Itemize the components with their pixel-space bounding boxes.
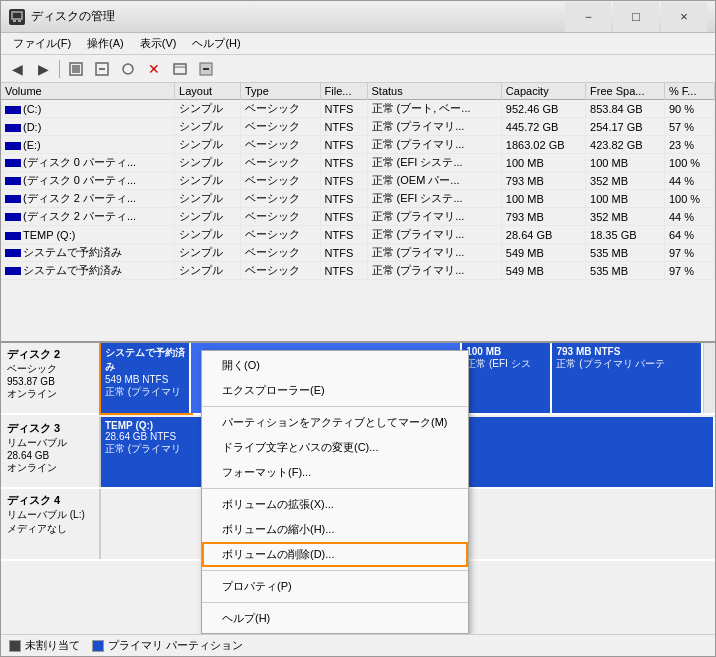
forward-button[interactable]: ▶	[31, 58, 55, 80]
table-row[interactable]: (ディスク 0 パーティ... シンプル ベーシック NTFS 正常 (EFI …	[1, 154, 715, 172]
back-button[interactable]: ◀	[5, 58, 29, 80]
menu-help[interactable]: ヘルプ(H)	[184, 34, 248, 53]
table-row[interactable]: (ディスク 2 パーティ... シンプル ベーシック NTFS 正常 (プライマ…	[1, 208, 715, 226]
ctx-sep-3	[202, 570, 468, 571]
title-bar: ディスクの管理 － □ ×	[1, 1, 715, 33]
table-row[interactable]: (ディスク 0 パーティ... シンプル ベーシック NTFS 正常 (OEM …	[1, 172, 715, 190]
disk-table-area[interactable]: Volume Layout Type File... Status Capaci…	[1, 83, 715, 343]
close-button[interactable]: ×	[661, 2, 707, 32]
table-row[interactable]: (ディスク 2 パーティ... シンプル ベーシック NTFS 正常 (EFI …	[1, 190, 715, 208]
toolbar-btn-1[interactable]	[64, 58, 88, 80]
disk-4-label: ディスク 4 リムーバブル (L:) メディアなし	[1, 489, 101, 559]
disk-visual-area: ディスク 2 ベーシック 953.87 GB オンライン システムで予約済み 5…	[1, 343, 715, 634]
disk-2-partition-1[interactable]: システムで予約済み 549 MB NTFS 正常 (プライマリ	[101, 343, 191, 413]
col-layout[interactable]: Layout	[175, 83, 241, 100]
table-body: (C:) シンプル ベーシック NTFS 正常 (ブート, ベー... 952.…	[1, 100, 715, 280]
toolbar-separator-1	[59, 60, 60, 78]
toolbar-btn-6[interactable]	[194, 58, 218, 80]
table-header-row: Volume Layout Type File... Status Capaci…	[1, 83, 715, 100]
disk-2-partition-4[interactable]: 793 MB NTFS 正常 (プライマリ パーテ	[552, 343, 703, 413]
toolbar-btn-2[interactable]	[90, 58, 114, 80]
svg-rect-4	[72, 65, 80, 73]
minimize-button[interactable]: －	[565, 2, 611, 32]
toolbar: ◀ ▶ ✕	[1, 55, 715, 83]
menu-view[interactable]: 表示(V)	[132, 34, 185, 53]
ctx-format[interactable]: フォーマット(F)...	[202, 460, 468, 485]
svg-rect-8	[174, 64, 186, 74]
svg-point-7	[123, 64, 133, 74]
ctx-drive-letter[interactable]: ドライブ文字とパスの変更(C)...	[202, 435, 468, 460]
delete-button[interactable]: ✕	[142, 58, 166, 80]
ctx-shrink[interactable]: ボリュームの縮小(H)...	[202, 517, 468, 542]
col-status[interactable]: Status	[367, 83, 501, 100]
table-row[interactable]: システムで予約済み シンプル ベーシック NTFS 正常 (プライマリ... 5…	[1, 244, 715, 262]
ctx-help[interactable]: ヘルプ(H)	[202, 606, 468, 631]
svg-rect-2	[18, 20, 21, 22]
svg-rect-0	[12, 12, 22, 19]
menu-bar: ファイル(F) 操作(A) 表示(V) ヘルプ(H)	[1, 33, 715, 55]
table-row[interactable]: (C:) シンプル ベーシック NTFS 正常 (ブート, ベー... 952.…	[1, 100, 715, 118]
col-type[interactable]: Type	[241, 83, 321, 100]
ctx-extend[interactable]: ボリュームの拡張(X)...	[202, 492, 468, 517]
menu-action[interactable]: 操作(A)	[79, 34, 132, 53]
scrollbar[interactable]	[703, 343, 715, 413]
disk-2-partition-3[interactable]: 100 MB 正常 (EFI シス	[462, 343, 552, 413]
col-file[interactable]: File...	[320, 83, 367, 100]
context-menu: 開く(O) エクスプローラー(E) パーティションをアクティブとしてマーク(M)…	[201, 350, 469, 634]
col-free[interactable]: Free Spa...	[586, 83, 665, 100]
legend-unalloc-box	[9, 640, 21, 652]
toolbar-btn-5[interactable]	[168, 58, 192, 80]
legend-primary-box	[92, 640, 104, 652]
table-row[interactable]: (E:) シンプル ベーシック NTFS 正常 (プライマリ... 1863.0…	[1, 136, 715, 154]
main-content: Volume Layout Type File... Status Capaci…	[1, 83, 715, 656]
ctx-mark-active[interactable]: パーティションをアクティブとしてマーク(M)	[202, 410, 468, 435]
svg-rect-1	[13, 20, 16, 22]
col-capacity[interactable]: Capacity	[501, 83, 585, 100]
legend-unallocated: 未割り当て	[9, 638, 80, 653]
col-volume[interactable]: Volume	[1, 83, 175, 100]
menu-file[interactable]: ファイル(F)	[5, 34, 79, 53]
col-pct[interactable]: % F...	[664, 83, 714, 100]
table-row[interactable]: システムで予約済み シンプル ベーシック NTFS 正常 (プライマリ... 5…	[1, 262, 715, 280]
disk-2-label: ディスク 2 ベーシック 953.87 GB オンライン	[1, 343, 101, 413]
ctx-delete[interactable]: ボリュームの削除(D)...	[202, 542, 468, 567]
legend-primary: プライマリ パーティション	[92, 638, 243, 653]
table-row[interactable]: (D:) シンプル ベーシック NTFS 正常 (プライマリ... 445.72…	[1, 118, 715, 136]
ctx-properties[interactable]: プロパティ(P)	[202, 574, 468, 599]
ctx-sep-2	[202, 488, 468, 489]
ctx-sep-1	[202, 406, 468, 407]
window-controls: － □ ×	[565, 2, 707, 32]
main-window: ディスクの管理 － □ × ファイル(F) 操作(A) 表示(V) ヘルプ(H)…	[0, 0, 716, 657]
disk-table: Volume Layout Type File... Status Capaci…	[1, 83, 715, 280]
legend-unalloc-label: 未割り当て	[25, 638, 80, 653]
app-icon	[9, 9, 25, 25]
status-bar: 未割り当て プライマリ パーティション	[1, 634, 715, 656]
toolbar-btn-3[interactable]	[116, 58, 140, 80]
ctx-explorer[interactable]: エクスプローラー(E)	[202, 378, 468, 403]
ctx-open[interactable]: 開く(O)	[202, 353, 468, 378]
legend-primary-label: プライマリ パーティション	[108, 638, 243, 653]
ctx-sep-4	[202, 602, 468, 603]
maximize-button[interactable]: □	[613, 2, 659, 32]
disk-3-label: ディスク 3 リムーバブル 28.64 GB オンライン	[1, 417, 101, 487]
window-title: ディスクの管理	[31, 8, 565, 25]
table-row[interactable]: TEMP (Q:) シンプル ベーシック NTFS 正常 (プライマリ... 2…	[1, 226, 715, 244]
